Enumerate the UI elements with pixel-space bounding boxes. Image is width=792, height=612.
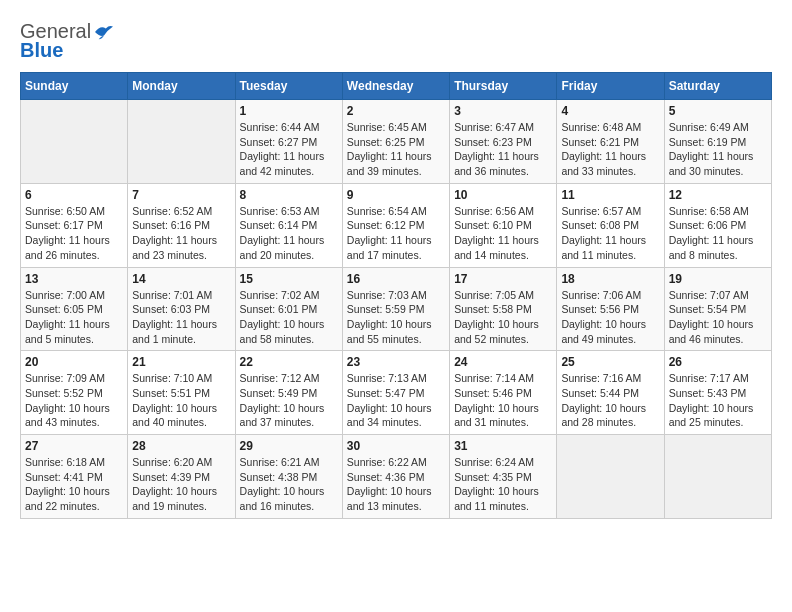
day-info: Sunrise: 6:45 AMSunset: 6:25 PMDaylight:… [347, 120, 445, 179]
calendar-cell: 31Sunrise: 6:24 AMSunset: 4:35 PMDayligh… [450, 435, 557, 519]
calendar-cell: 27Sunrise: 6:18 AMSunset: 4:41 PMDayligh… [21, 435, 128, 519]
day-number: 17 [454, 272, 552, 286]
day-number: 23 [347, 355, 445, 369]
day-number: 6 [25, 188, 123, 202]
day-number: 13 [25, 272, 123, 286]
day-number: 28 [132, 439, 230, 453]
day-info: Sunrise: 7:17 AMSunset: 5:43 PMDaylight:… [669, 371, 767, 430]
calendar-cell: 11Sunrise: 6:57 AMSunset: 6:08 PMDayligh… [557, 183, 664, 267]
day-number: 25 [561, 355, 659, 369]
calendar-cell: 4Sunrise: 6:48 AMSunset: 6:21 PMDaylight… [557, 100, 664, 184]
calendar-cell: 6Sunrise: 6:50 AMSunset: 6:17 PMDaylight… [21, 183, 128, 267]
calendar-cell: 5Sunrise: 6:49 AMSunset: 6:19 PMDaylight… [664, 100, 771, 184]
day-info: Sunrise: 7:01 AMSunset: 6:03 PMDaylight:… [132, 288, 230, 347]
calendar-cell: 13Sunrise: 7:00 AMSunset: 6:05 PMDayligh… [21, 267, 128, 351]
day-number: 9 [347, 188, 445, 202]
calendar-cell: 29Sunrise: 6:21 AMSunset: 4:38 PMDayligh… [235, 435, 342, 519]
day-number: 14 [132, 272, 230, 286]
calendar-cell: 14Sunrise: 7:01 AMSunset: 6:03 PMDayligh… [128, 267, 235, 351]
day-info: Sunrise: 7:16 AMSunset: 5:44 PMDaylight:… [561, 371, 659, 430]
calendar-week-2: 6Sunrise: 6:50 AMSunset: 6:17 PMDaylight… [21, 183, 772, 267]
day-number: 21 [132, 355, 230, 369]
day-number: 8 [240, 188, 338, 202]
calendar-cell: 21Sunrise: 7:10 AMSunset: 5:51 PMDayligh… [128, 351, 235, 435]
day-number: 15 [240, 272, 338, 286]
day-info: Sunrise: 7:03 AMSunset: 5:59 PMDaylight:… [347, 288, 445, 347]
calendar-cell: 9Sunrise: 6:54 AMSunset: 6:12 PMDaylight… [342, 183, 449, 267]
day-info: Sunrise: 6:44 AMSunset: 6:27 PMDaylight:… [240, 120, 338, 179]
day-info: Sunrise: 7:02 AMSunset: 6:01 PMDaylight:… [240, 288, 338, 347]
day-info: Sunrise: 7:13 AMSunset: 5:47 PMDaylight:… [347, 371, 445, 430]
calendar-cell: 15Sunrise: 7:02 AMSunset: 6:01 PMDayligh… [235, 267, 342, 351]
calendar-body: 1Sunrise: 6:44 AMSunset: 6:27 PMDaylight… [21, 100, 772, 519]
calendar-cell: 23Sunrise: 7:13 AMSunset: 5:47 PMDayligh… [342, 351, 449, 435]
day-info: Sunrise: 6:18 AMSunset: 4:41 PMDaylight:… [25, 455, 123, 514]
day-info: Sunrise: 7:06 AMSunset: 5:56 PMDaylight:… [561, 288, 659, 347]
calendar-week-1: 1Sunrise: 6:44 AMSunset: 6:27 PMDaylight… [21, 100, 772, 184]
weekday-thursday: Thursday [450, 73, 557, 100]
calendar-week-3: 13Sunrise: 7:00 AMSunset: 6:05 PMDayligh… [21, 267, 772, 351]
day-info: Sunrise: 6:49 AMSunset: 6:19 PMDaylight:… [669, 120, 767, 179]
day-number: 22 [240, 355, 338, 369]
day-number: 11 [561, 188, 659, 202]
calendar-cell: 7Sunrise: 6:52 AMSunset: 6:16 PMDaylight… [128, 183, 235, 267]
logo-blue-text: Blue [20, 39, 63, 62]
calendar-cell: 1Sunrise: 6:44 AMSunset: 6:27 PMDaylight… [235, 100, 342, 184]
day-number: 16 [347, 272, 445, 286]
day-number: 31 [454, 439, 552, 453]
calendar-table: SundayMondayTuesdayWednesdayThursdayFrid… [20, 72, 772, 519]
calendar-cell: 10Sunrise: 6:56 AMSunset: 6:10 PMDayligh… [450, 183, 557, 267]
calendar-cell [557, 435, 664, 519]
calendar-cell: 30Sunrise: 6:22 AMSunset: 4:36 PMDayligh… [342, 435, 449, 519]
calendar-cell [21, 100, 128, 184]
calendar-cell: 28Sunrise: 6:20 AMSunset: 4:39 PMDayligh… [128, 435, 235, 519]
calendar-cell: 20Sunrise: 7:09 AMSunset: 5:52 PMDayligh… [21, 351, 128, 435]
day-info: Sunrise: 6:50 AMSunset: 6:17 PMDaylight:… [25, 204, 123, 263]
day-info: Sunrise: 7:09 AMSunset: 5:52 PMDaylight:… [25, 371, 123, 430]
calendar-header: SundayMondayTuesdayWednesdayThursdayFrid… [21, 73, 772, 100]
day-info: Sunrise: 6:58 AMSunset: 6:06 PMDaylight:… [669, 204, 767, 263]
weekday-header-row: SundayMondayTuesdayWednesdayThursdayFrid… [21, 73, 772, 100]
weekday-wednesday: Wednesday [342, 73, 449, 100]
calendar-cell: 8Sunrise: 6:53 AMSunset: 6:14 PMDaylight… [235, 183, 342, 267]
day-info: Sunrise: 6:48 AMSunset: 6:21 PMDaylight:… [561, 120, 659, 179]
calendar-cell: 18Sunrise: 7:06 AMSunset: 5:56 PMDayligh… [557, 267, 664, 351]
day-number: 30 [347, 439, 445, 453]
calendar-cell: 2Sunrise: 6:45 AMSunset: 6:25 PMDaylight… [342, 100, 449, 184]
calendar-cell: 24Sunrise: 7:14 AMSunset: 5:46 PMDayligh… [450, 351, 557, 435]
day-info: Sunrise: 6:21 AMSunset: 4:38 PMDaylight:… [240, 455, 338, 514]
day-info: Sunrise: 6:57 AMSunset: 6:08 PMDaylight:… [561, 204, 659, 263]
day-info: Sunrise: 6:56 AMSunset: 6:10 PMDaylight:… [454, 204, 552, 263]
day-number: 10 [454, 188, 552, 202]
calendar-cell: 17Sunrise: 7:05 AMSunset: 5:58 PMDayligh… [450, 267, 557, 351]
calendar-cell [664, 435, 771, 519]
day-info: Sunrise: 6:52 AMSunset: 6:16 PMDaylight:… [132, 204, 230, 263]
day-number: 5 [669, 104, 767, 118]
day-number: 7 [132, 188, 230, 202]
calendar-cell: 26Sunrise: 7:17 AMSunset: 5:43 PMDayligh… [664, 351, 771, 435]
day-number: 3 [454, 104, 552, 118]
day-info: Sunrise: 7:07 AMSunset: 5:54 PMDaylight:… [669, 288, 767, 347]
day-number: 19 [669, 272, 767, 286]
calendar-cell: 22Sunrise: 7:12 AMSunset: 5:49 PMDayligh… [235, 351, 342, 435]
day-number: 12 [669, 188, 767, 202]
day-info: Sunrise: 7:00 AMSunset: 6:05 PMDaylight:… [25, 288, 123, 347]
day-number: 29 [240, 439, 338, 453]
day-number: 27 [25, 439, 123, 453]
day-number: 4 [561, 104, 659, 118]
day-info: Sunrise: 6:54 AMSunset: 6:12 PMDaylight:… [347, 204, 445, 263]
weekday-tuesday: Tuesday [235, 73, 342, 100]
calendar-week-5: 27Sunrise: 6:18 AMSunset: 4:41 PMDayligh… [21, 435, 772, 519]
day-info: Sunrise: 6:47 AMSunset: 6:23 PMDaylight:… [454, 120, 552, 179]
calendar-week-4: 20Sunrise: 7:09 AMSunset: 5:52 PMDayligh… [21, 351, 772, 435]
day-info: Sunrise: 6:24 AMSunset: 4:35 PMDaylight:… [454, 455, 552, 514]
day-info: Sunrise: 7:14 AMSunset: 5:46 PMDaylight:… [454, 371, 552, 430]
weekday-saturday: Saturday [664, 73, 771, 100]
calendar-cell: 16Sunrise: 7:03 AMSunset: 5:59 PMDayligh… [342, 267, 449, 351]
logo: General Blue [20, 20, 115, 62]
logo-bird-icon [93, 23, 115, 41]
day-number: 18 [561, 272, 659, 286]
day-info: Sunrise: 7:05 AMSunset: 5:58 PMDaylight:… [454, 288, 552, 347]
weekday-friday: Friday [557, 73, 664, 100]
day-number: 2 [347, 104, 445, 118]
